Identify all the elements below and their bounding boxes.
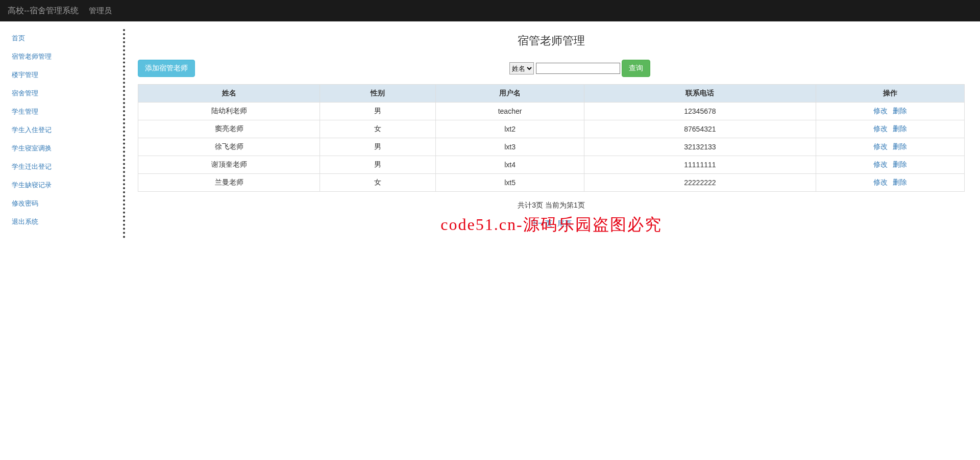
table-row: 兰曼老师女lxt522222222修改 删除 xyxy=(138,173,965,191)
cell-phone: 22222222 xyxy=(584,173,816,191)
sidebar-item-room-swap[interactable]: 学生寝室调换 xyxy=(12,139,114,158)
cell-actions: 修改 删除 xyxy=(816,156,964,173)
sidebar-item-home[interactable]: 首页 xyxy=(12,29,114,47)
edit-link[interactable]: 修改 xyxy=(873,124,888,133)
sidebar: 首页 宿管老师管理 楼宇管理 宿舍管理 学生管理 学生入住登记 学生寝室调换 学… xyxy=(3,29,125,238)
add-teacher-button[interactable]: 添加宿管老师 xyxy=(138,60,195,77)
cell-gender: 男 xyxy=(320,138,436,156)
cell-gender: 男 xyxy=(320,156,436,173)
cell-gender: 女 xyxy=(320,173,436,191)
pagination-info: 共计3页 当前为第1页 xyxy=(138,201,965,210)
delete-link[interactable]: 删除 xyxy=(893,107,907,115)
cell-actions: 修改 删除 xyxy=(816,120,964,138)
search-input[interactable] xyxy=(536,63,620,74)
edit-link[interactable]: 修改 xyxy=(873,160,888,168)
teacher-table: 姓名 性别 用户名 联系电话 操作 陆幼利老师男teacher12345678修… xyxy=(138,84,965,192)
delete-link[interactable]: 删除 xyxy=(893,178,907,186)
sidebar-item-building-mgmt[interactable]: 楼宇管理 xyxy=(12,66,114,84)
cell-phone: 87654321 xyxy=(584,120,816,138)
edit-link[interactable]: 修改 xyxy=(873,107,888,115)
cell-gender: 女 xyxy=(320,120,436,138)
toolbar: 添加宿管老师 姓名 查询 xyxy=(138,60,965,77)
cell-username: lxt4 xyxy=(435,156,584,173)
sidebar-item-teacher-mgmt[interactable]: 宿管老师管理 xyxy=(12,47,114,66)
cell-name: 兰曼老师 xyxy=(138,173,320,191)
sidebar-item-password[interactable]: 修改密码 xyxy=(12,194,114,213)
cell-name: 谢顶奎老师 xyxy=(138,156,320,173)
sidebar-item-checkout[interactable]: 学生迁出登记 xyxy=(12,158,114,176)
table-row: 徐飞老师男lxt332132133修改 删除 xyxy=(138,138,965,156)
cell-phone: 12345678 xyxy=(584,102,816,120)
delete-link[interactable]: 删除 xyxy=(893,142,907,150)
sidebar-item-logout[interactable]: 退出系统 xyxy=(12,213,114,231)
navbar-role[interactable]: 管理员 xyxy=(89,6,112,16)
sidebar-item-absence[interactable]: 学生缺寝记录 xyxy=(12,176,114,194)
main-content: 宿管老师管理 添加宿管老师 姓名 查询 姓名 性别 用户名 联系电话 操作 xyxy=(125,29,977,238)
cell-name: 陆幼利老师 xyxy=(138,102,320,120)
cell-phone: 32132133 xyxy=(584,138,816,156)
pagination-next[interactable]: 下一页 xyxy=(531,219,552,227)
table-row: 窦亮老师女lxt287654321修改 删除 xyxy=(138,120,965,138)
search-field-select[interactable]: 姓名 xyxy=(509,62,534,74)
navbar-brand[interactable]: 高校--宿舍管理系统 xyxy=(8,6,79,16)
cell-phone: 11111111 xyxy=(584,156,816,173)
delete-link[interactable]: 删除 xyxy=(893,160,907,168)
cell-gender: 男 xyxy=(320,102,436,120)
cell-username: lxt2 xyxy=(435,120,584,138)
navbar: 高校--宿舍管理系统 管理员 xyxy=(0,0,980,21)
table-row: 陆幼利老师男teacher12345678修改 删除 xyxy=(138,102,965,120)
pagination-last[interactable]: 尾页 xyxy=(557,219,572,227)
cell-name: 窦亮老师 xyxy=(138,120,320,138)
th-action: 操作 xyxy=(816,84,964,102)
sidebar-item-dorm-mgmt[interactable]: 宿舍管理 xyxy=(12,84,114,103)
cell-actions: 修改 删除 xyxy=(816,102,964,120)
cell-username: lxt3 xyxy=(435,138,584,156)
th-username: 用户名 xyxy=(435,84,584,102)
search-button[interactable]: 查询 xyxy=(622,60,650,77)
cell-actions: 修改 删除 xyxy=(816,138,964,156)
cell-username: teacher xyxy=(435,102,584,120)
pagination-links: 下一页 尾页 xyxy=(138,219,965,228)
th-phone: 联系电话 xyxy=(584,84,816,102)
th-name: 姓名 xyxy=(138,84,320,102)
edit-link[interactable]: 修改 xyxy=(873,178,888,186)
th-gender: 性别 xyxy=(320,84,436,102)
page-title: 宿管老师管理 xyxy=(138,33,965,48)
sidebar-item-checkin[interactable]: 学生入住登记 xyxy=(12,121,114,139)
edit-link[interactable]: 修改 xyxy=(873,142,888,150)
delete-link[interactable]: 删除 xyxy=(893,124,907,133)
table-row: 谢顶奎老师男lxt411111111修改 删除 xyxy=(138,156,965,173)
sidebar-item-student-mgmt[interactable]: 学生管理 xyxy=(12,103,114,121)
cell-actions: 修改 删除 xyxy=(816,173,964,191)
cell-name: 徐飞老师 xyxy=(138,138,320,156)
cell-username: lxt5 xyxy=(435,173,584,191)
